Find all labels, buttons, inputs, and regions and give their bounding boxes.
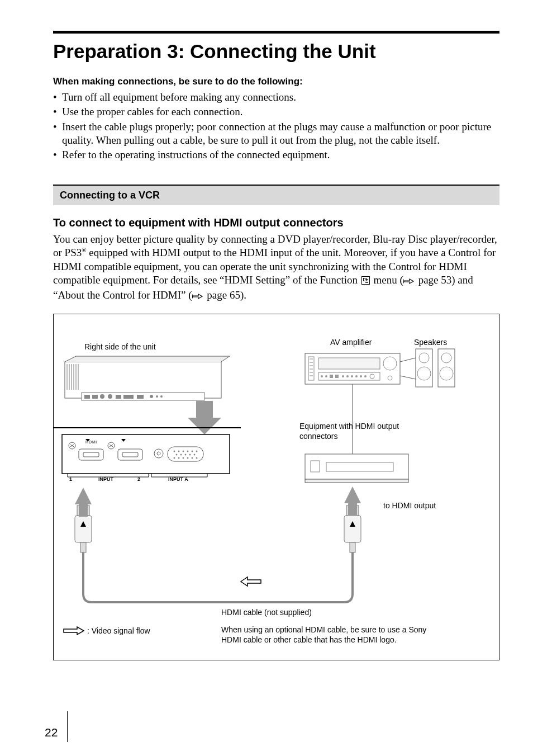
svg-marker-103 xyxy=(344,486,361,503)
label-input: INPUT xyxy=(98,476,113,483)
svg-point-16 xyxy=(156,395,158,398)
svg-point-35 xyxy=(178,451,180,452)
body-text: page 65). xyxy=(204,289,246,301)
svg-point-86 xyxy=(441,353,451,363)
label-input-1: 1 xyxy=(69,476,72,483)
svg-marker-97 xyxy=(75,488,92,504)
label-hdmi-note: When using an optional HDMI cable, be su… xyxy=(221,625,445,645)
svg-point-32 xyxy=(157,452,160,455)
svg-rect-92 xyxy=(305,479,408,483)
svg-point-79 xyxy=(388,376,392,380)
svg-point-75 xyxy=(355,375,358,377)
svg-point-77 xyxy=(364,375,367,377)
svg-rect-98 xyxy=(79,504,88,517)
registered-mark: ® xyxy=(82,247,86,253)
svg-point-66 xyxy=(383,357,397,370)
svg-rect-14 xyxy=(137,395,144,399)
svg-point-38 xyxy=(192,451,193,452)
svg-rect-30 xyxy=(122,452,138,457)
svg-point-44 xyxy=(194,454,196,456)
svg-point-68 xyxy=(321,375,323,377)
svg-rect-96 xyxy=(80,542,86,552)
svg-point-37 xyxy=(187,451,189,452)
svg-point-36 xyxy=(183,451,184,452)
svg-point-48 xyxy=(187,457,189,459)
svg-rect-58 xyxy=(308,357,314,380)
svg-point-46 xyxy=(178,457,180,459)
svg-point-17 xyxy=(160,395,163,398)
svg-point-69 xyxy=(325,375,327,377)
svg-rect-70 xyxy=(330,375,333,378)
body-paragraph: You can enjoy better picture quality by … xyxy=(53,233,499,304)
svg-point-11 xyxy=(108,394,112,399)
svg-rect-90 xyxy=(311,461,320,472)
svg-point-45 xyxy=(174,457,175,459)
svg-rect-9 xyxy=(92,395,98,399)
svg-point-39 xyxy=(196,451,198,452)
svg-line-81 xyxy=(400,376,416,379)
svg-point-49 xyxy=(192,457,193,459)
svg-marker-105 xyxy=(241,577,261,586)
connections-subhead: When making connections, be sure to do t… xyxy=(53,76,499,87)
svg-rect-94 xyxy=(75,516,92,542)
svg-rect-104 xyxy=(348,503,357,516)
svg-point-87 xyxy=(440,367,453,380)
page-title: Preparation 3: Connecting the Unit xyxy=(53,40,499,63)
svg-rect-18 xyxy=(196,401,213,418)
list-item: Refer to the operating instructions of t… xyxy=(53,148,499,162)
svg-rect-91 xyxy=(326,462,393,471)
svg-rect-102 xyxy=(350,542,355,552)
svg-rect-100 xyxy=(344,516,361,542)
svg-point-34 xyxy=(174,451,175,452)
svg-point-72 xyxy=(342,375,344,377)
svg-point-10 xyxy=(100,394,104,399)
label-hdmi-cable: HDMI cable (not supplied) xyxy=(221,608,312,618)
connection-diagram: HDMI xyxy=(53,314,499,660)
svg-line-80 xyxy=(400,358,416,362)
svg-point-43 xyxy=(189,454,191,456)
body-text: menu ( xyxy=(371,274,403,286)
section-bar-vcr: Connecting to a VCR xyxy=(53,185,499,205)
label-input-2: 2 xyxy=(137,476,140,483)
svg-text:HDMI: HDMI xyxy=(85,440,98,444)
label-input-a: INPUT A xyxy=(168,476,188,483)
svg-point-47 xyxy=(183,457,184,459)
bullet-list: Turn off all equipment before making any… xyxy=(53,91,499,162)
svg-point-15 xyxy=(150,395,153,398)
label-av-amplifier: AV amplifier xyxy=(330,338,372,348)
svg-rect-26 xyxy=(83,452,99,457)
svg-rect-71 xyxy=(335,375,339,378)
function-menu-icon xyxy=(361,276,370,285)
hand-pointer-icon xyxy=(192,290,203,304)
label-speakers: Speakers xyxy=(414,338,447,348)
subsection-hdmi: To connect to equipment with HDMI output… xyxy=(53,216,499,229)
list-item: Turn off all equipment before making any… xyxy=(53,91,499,104)
list-item: Use the proper cables for each connectio… xyxy=(53,105,499,119)
label-to-hdmi: to HDMI output xyxy=(383,501,436,511)
svg-marker-19 xyxy=(188,418,221,434)
hand-pointer-icon xyxy=(403,275,415,289)
list-item: Insert the cable plugs properly; poor co… xyxy=(53,120,499,148)
svg-marker-106 xyxy=(64,627,84,635)
svg-point-74 xyxy=(351,375,353,377)
svg-rect-67 xyxy=(318,372,380,380)
svg-rect-65 xyxy=(318,358,380,369)
svg-point-83 xyxy=(419,353,429,363)
svg-rect-13 xyxy=(123,395,134,399)
page-number: 22 xyxy=(45,726,58,739)
svg-point-76 xyxy=(360,375,362,377)
svg-point-40 xyxy=(176,454,178,456)
svg-point-50 xyxy=(196,457,198,459)
label-right-side: Right side of the unit xyxy=(84,342,156,352)
svg-point-41 xyxy=(180,454,182,456)
svg-rect-8 xyxy=(84,395,90,399)
svg-point-42 xyxy=(185,454,187,456)
label-signal-flow: : Video signal flow xyxy=(87,626,150,636)
label-equipment: Equipment with HDMI output connectors xyxy=(299,422,422,441)
svg-point-73 xyxy=(346,375,349,377)
page-rule xyxy=(67,711,68,742)
svg-rect-12 xyxy=(116,395,121,399)
svg-point-84 xyxy=(417,367,431,380)
